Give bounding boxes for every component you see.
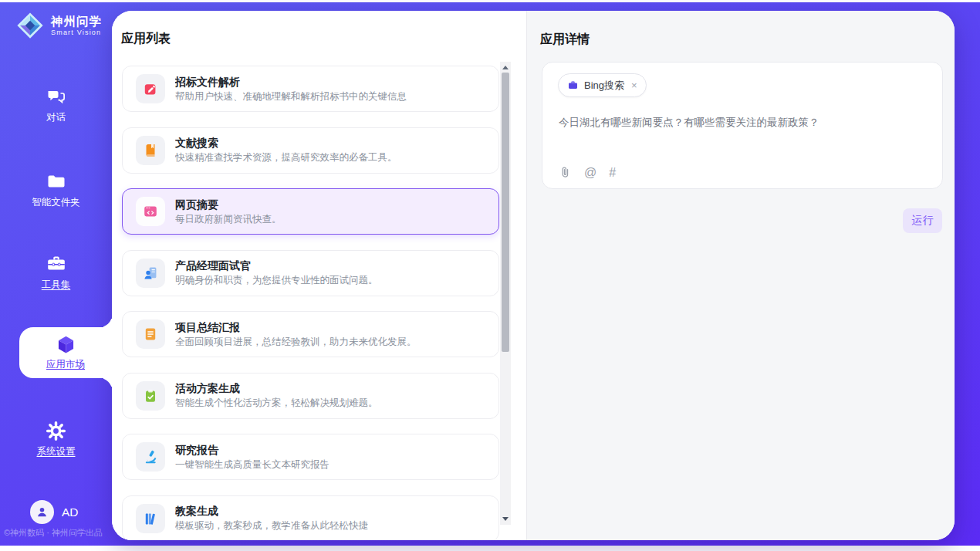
sidebar: 神州问学 Smart Vision 对话 智能文件夹 bbox=[0, 2, 112, 546]
hashtag-icon[interactable]: # bbox=[609, 167, 616, 179]
list-item-literature-search[interactable]: 文献搜索 快速精准查找学术资源，提高研究效率的必备工具。 bbox=[122, 127, 499, 174]
attachment-toolbar: @ # bbox=[559, 166, 616, 179]
microscope-icon bbox=[136, 442, 165, 472]
prompt-input-card[interactable]: Bing搜索 × 今日湖北有哪些新闻要点？有哪些需要关注的最新政策？ @ # bbox=[542, 62, 943, 189]
main-panel: 应用列表 招标文件解析 帮助用户快速、准确地理解和解析招标书中的关键信息 bbox=[112, 11, 955, 540]
briefcase-icon bbox=[567, 79, 579, 91]
list-item-lesson-plan[interactable]: 教案生成 模板驱动，教案秒成，教学准备从此轻松快捷 bbox=[122, 495, 499, 541]
scrollbar-up-arrow[interactable] bbox=[502, 66, 509, 69]
scrollbar-down-arrow[interactable] bbox=[502, 517, 509, 521]
books-icon bbox=[136, 504, 165, 533]
list-item-desc: 快速精准查找学术资源，提高研究效率的必备工具。 bbox=[175, 150, 397, 164]
book-icon bbox=[136, 136, 165, 165]
prompt-text[interactable]: 今日湖北有哪些新闻要点？有哪些需要关注的最新政策？ bbox=[559, 115, 921, 130]
list-item-event-plan[interactable]: 活动方案生成 智能生成个性化活动方案，轻松解决规划难题。 bbox=[122, 373, 499, 419]
list-item-title: 活动方案生成 bbox=[175, 381, 378, 396]
paperclip-icon[interactable] bbox=[559, 166, 572, 179]
sidebar-item-settings[interactable]: 系统设置 bbox=[0, 421, 112, 458]
gear-icon bbox=[46, 421, 66, 441]
sidebar-item-toolset[interactable]: 工具集 bbox=[0, 253, 112, 292]
list-item-desc: 帮助用户快速、准确地理解和解析招标书中的关键信息 bbox=[175, 90, 407, 103]
list-item-title: 网页摘要 bbox=[175, 198, 282, 212]
memo-icon bbox=[136, 319, 165, 349]
list-item-title: 文献搜索 bbox=[175, 136, 397, 150]
list-item-title: 项目总结汇报 bbox=[175, 320, 417, 335]
toolbox-icon bbox=[46, 253, 67, 275]
list-item-bid-parse[interactable]: 招标文件解析 帮助用户快速、准确地理解和解析招标书中的关键信息 bbox=[122, 66, 499, 112]
sidebar-item-label: 工具集 bbox=[42, 279, 71, 292]
sidebar-item-label: 对话 bbox=[46, 111, 66, 124]
list-item-desc: 每日政府新闻资讯快查。 bbox=[175, 212, 282, 226]
avatar bbox=[30, 500, 54, 524]
tool-tag-bing-search[interactable]: Bing搜索 × bbox=[558, 73, 647, 97]
list-item-research-report[interactable]: 研究报告 一键智能生成高质量长文本研究报告 bbox=[122, 434, 499, 480]
sidebar-item-chat[interactable]: 对话 bbox=[0, 86, 112, 124]
app-list: 招标文件解析 帮助用户快速、准确地理解和解析招标书中的关键信息 文献搜索 快速精… bbox=[122, 66, 499, 540]
mention-icon[interactable]: @ bbox=[584, 167, 596, 179]
run-button[interactable]: 运行 bbox=[903, 208, 942, 233]
sidebar-item-label: 智能文件夹 bbox=[32, 196, 80, 209]
scrollbar-thumb[interactable] bbox=[502, 73, 509, 352]
copyright-footer: ©神州数码 · 神州问学出品 bbox=[4, 527, 103, 539]
cube-icon bbox=[56, 334, 76, 355]
sidebar-item-smart-folders[interactable]: 智能文件夹 bbox=[0, 171, 112, 209]
interviewer-icon bbox=[136, 259, 165, 288]
list-item-title: 招标文件解析 bbox=[175, 75, 407, 90]
brand-logo: 神州问学 Smart Vision bbox=[15, 11, 102, 40]
chat-icon bbox=[46, 86, 67, 107]
app-list-pane: 应用列表 招标文件解析 帮助用户快速、准确地理解和解析招标书中的关键信息 bbox=[112, 11, 526, 540]
folder-icon bbox=[46, 171, 67, 192]
sidebar-item-app-market[interactable]: 应用市场 bbox=[19, 327, 112, 378]
clipboard-check-icon bbox=[136, 381, 165, 411]
list-item-project-summary[interactable]: 项目总结汇报 全面回顾项目进展，总结经验教训，助力未来优化发展。 bbox=[122, 311, 499, 357]
close-icon[interactable]: × bbox=[631, 79, 637, 91]
list-item-pm-interviewer[interactable]: 产品经理面试官 明确身份和职责，为您提供专业性的面试问题。 bbox=[122, 250, 499, 296]
user-initials: AD bbox=[62, 505, 79, 519]
user-account[interactable]: AD bbox=[30, 500, 79, 524]
list-item-desc: 模板驱动，教案秒成，教学准备从此轻松快捷 bbox=[175, 519, 368, 532]
brand-title: 神州问学 bbox=[51, 15, 102, 29]
edit-square-icon bbox=[136, 74, 165, 103]
list-item-desc: 智能生成个性化活动方案，轻松解决规划难题。 bbox=[175, 396, 378, 410]
app-detail-pane: 应用详情 Bing搜索 × 今日湖北有哪些新闻要点？有哪些需要关注的最新政策？ bbox=[526, 11, 955, 540]
browser-code-icon bbox=[136, 197, 165, 226]
sidebar-item-label: 系统设置 bbox=[37, 445, 76, 458]
list-item-desc: 全面回顾项目进展，总结经验教训，助力未来优化发展。 bbox=[175, 335, 417, 349]
list-item-desc: 一键智能生成高质量长文本研究报告 bbox=[175, 458, 329, 472]
list-item-title: 产品经理面试官 bbox=[175, 259, 378, 273]
gem-logo-icon bbox=[15, 11, 45, 40]
list-item-web-summary[interactable]: 网页摘要 每日政府新闻资讯快查。 bbox=[122, 188, 499, 235]
app-list-title: 应用列表 bbox=[121, 31, 171, 47]
tool-tag-label: Bing搜索 bbox=[584, 79, 624, 93]
sidebar-item-label: 应用市场 bbox=[46, 358, 85, 371]
list-item-title: 研究报告 bbox=[175, 443, 329, 458]
app-detail-title: 应用详情 bbox=[540, 32, 590, 48]
brand-subtitle: Smart Vision bbox=[51, 29, 102, 36]
list-item-title: 教案生成 bbox=[175, 504, 368, 519]
scrollbar-track[interactable] bbox=[500, 62, 511, 525]
list-item-desc: 明确身份和职责，为您提供专业性的面试问题。 bbox=[175, 273, 378, 287]
